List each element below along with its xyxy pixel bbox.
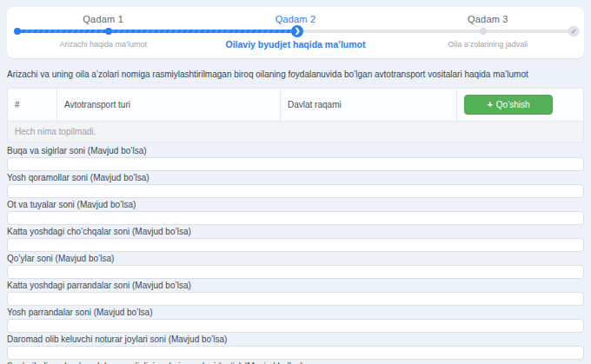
col-header-plate-number: Davlat raqami: [281, 89, 457, 122]
stepper-start-dot: [14, 28, 21, 35]
field-input[interactable]: [7, 184, 584, 198]
col-header-action: + Qo’shish: [457, 89, 584, 122]
col-header-index: #: [8, 89, 57, 122]
step-subtitle-2: Oilaviy byudjet haqida ma’lumot: [199, 39, 391, 50]
stepper-progress-fill: [17, 30, 297, 33]
check-icon: ✓: [571, 28, 577, 35]
field-label: Ot va tuyalar soni (Mavjud bo’lsa): [7, 200, 584, 209]
field-label: Katta yoshdagi parrandalar soni (Mavjud …: [7, 281, 584, 290]
field-label: Katta yoshdagi cho’chqalar soni (Mavjud …: [7, 227, 584, 236]
field-label: Yosh qoramollar soni (Mavjud bo’lsa): [7, 173, 584, 182]
step-title-1: Qadam 1: [7, 14, 199, 24]
plus-icon: +: [487, 100, 492, 109]
field-label: Daromad olib keluvchi noturar joylari so…: [7, 334, 584, 344]
step-2-active-marker[interactable]: ❯: [291, 25, 303, 37]
stepper-titles: Qadam 1 Qadam 2 Qadam 3: [7, 7, 584, 24]
field-label: Buqa va sigirlar soni (Mavjud bo’lsa): [7, 146, 584, 156]
step-3-dot[interactable]: [480, 28, 487, 35]
field-label: Yosh parrandalar soni (Mavjud bo’lsa): [7, 308, 584, 317]
col-header-vehicle-type: Avtotransport turi: [57, 89, 281, 122]
add-vehicle-button[interactable]: + Qo’shish: [464, 95, 553, 115]
step-1-dot[interactable]: [105, 28, 112, 35]
step-subtitle-3: Oila a’zolarining jadvali: [392, 40, 584, 50]
vehicles-table: # Avtotransport turi Davlat raqami + Qo’…: [7, 88, 584, 142]
table-empty-row: Hech nima topilmadi.: [8, 122, 584, 142]
form-field: Katta yoshdagi parrandalar soni (Mavjud …: [7, 281, 584, 306]
form-field: Qo’ylar soni (Mavjud bo’lsa): [7, 254, 584, 279]
step-title-3: Qadam 3: [392, 14, 584, 24]
form-field: Katta yoshdagi cho’chqalar soni (Mavjud …: [7, 227, 584, 252]
field-input[interactable]: [7, 157, 584, 171]
field-input[interactable]: [7, 319, 584, 333]
form-field: Ot va tuyalar soni (Mavjud bo’lsa): [7, 200, 584, 225]
wizard-stepper: Qadam 1 Qadam 2 Qadam 3 ❯ ✓ Arizachi haq…: [7, 7, 584, 58]
add-vehicle-button-label: Qo’shish: [496, 101, 530, 109]
field-input[interactable]: [7, 346, 584, 360]
livestock-property-form: Buqa va sigirlar soni (Mavjud bo’lsa) Yo…: [7, 146, 584, 364]
form-field: Yosh qoramollar soni (Mavjud bo’lsa): [7, 173, 584, 198]
stepper-subtitles: Arizachi haqida ma’lumot Oilaviy byudjet…: [7, 40, 584, 50]
intro-text: Arizachi va uning oila a’zolari nomiga r…: [7, 69, 584, 80]
field-label: Qo’ylar soni (Mavjud bo’lsa): [7, 254, 584, 263]
vehicles-table-header-row: # Avtotransport turi Davlat raqami + Qo’…: [8, 89, 584, 122]
field-input[interactable]: [7, 265, 584, 279]
form-field: Yosh parrandalar soni (Mavjud bo’lsa): [7, 308, 584, 333]
finish-check-circle: ✓: [568, 26, 580, 37]
page: { "colors": { "page_background": "#ecf2f…: [0, 0, 591, 364]
step-subtitle-1: Arizachi haqida ma’lumot: [7, 40, 199, 50]
form-field: Daromad olib keluvchi noturar joylari so…: [7, 334, 584, 360]
chevron-right-icon: ❯: [295, 28, 301, 35]
main-content: Arizachi va uning oila a’zolari nomiga r…: [0, 69, 591, 364]
field-input[interactable]: [7, 211, 584, 225]
table-empty-message: Hech nima topilmadi.: [8, 122, 584, 142]
form-field: Buqa va sigirlar soni (Mavjud bo’lsa): [7, 146, 584, 171]
step-title-2: Qadam 2: [199, 14, 391, 24]
field-input[interactable]: [7, 238, 584, 252]
field-input[interactable]: [7, 292, 584, 306]
